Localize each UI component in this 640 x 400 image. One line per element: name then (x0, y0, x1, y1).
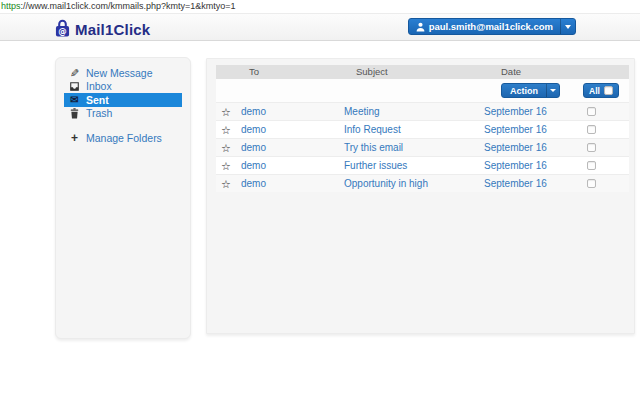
account-menu-button[interactable]: paul.smith@mail1click.com (408, 18, 576, 35)
sidebar: ✎ New Message Inbox ✉ Sent (55, 57, 191, 339)
mail-row[interactable]: ☆ demo Info Request September 16 (216, 120, 629, 138)
mail-subject-link[interactable]: Try this email (344, 139, 403, 157)
mail-list-column-header: To Subject Date (216, 65, 629, 79)
mail-date-link[interactable]: September 16 (484, 157, 547, 175)
star-icon[interactable]: ☆ (221, 157, 231, 175)
mail-list-body: Action All ☆ demo Meeting September 16 ☆… (216, 79, 629, 192)
sidebar-item-inbox[interactable]: Inbox (56, 80, 190, 93)
mail-to-link[interactable]: demo (241, 121, 266, 139)
row-checkbox[interactable] (587, 107, 596, 116)
mail-subject-link[interactable]: Meeting (344, 103, 380, 121)
mail-date-link[interactable]: September 16 (484, 175, 547, 193)
star-icon[interactable]: ☆ (221, 121, 231, 139)
star-icon[interactable]: ☆ (221, 139, 231, 157)
sidebar-item-new-message[interactable]: ✎ New Message (56, 67, 190, 80)
mail-date-link[interactable]: September 16 (484, 103, 547, 121)
row-checkbox[interactable] (587, 125, 596, 134)
app-logo[interactable]: @ Mail1Click (55, 18, 150, 41)
column-header-to: To (249, 65, 259, 79)
row-checkbox[interactable] (587, 179, 596, 188)
envelope-icon: ✉ (68, 93, 81, 107)
mail-to-link[interactable]: demo (241, 103, 266, 121)
mail-subject-link[interactable]: Info Request (344, 121, 401, 139)
row-checkbox[interactable] (587, 143, 596, 152)
chevron-down-icon (565, 25, 571, 29)
svg-text:@: @ (58, 26, 66, 36)
browser-status-url: https://www.mail1click.com/kmmails.php?k… (0, 0, 640, 13)
mail-to-link[interactable]: demo (241, 175, 266, 193)
chevron-down-icon (550, 89, 556, 92)
mail-subject-link[interactable]: Further issues (344, 157, 407, 175)
app-header: @ Mail1Click paul.smith@mail1click.com (0, 13, 640, 41)
star-icon[interactable]: ☆ (221, 103, 231, 121)
inbox-icon (68, 81, 81, 92)
mail-row[interactable]: ☆ demo Try this email September 16 (216, 138, 629, 156)
user-icon (416, 18, 425, 36)
plus-icon: + (68, 132, 81, 145)
mail-to-link[interactable]: demo (241, 157, 266, 175)
app-name: Mail1Click (75, 21, 150, 38)
account-email: paul.smith@mail1click.com (429, 21, 553, 32)
select-all-label: All (589, 86, 600, 96)
select-all-button[interactable]: All (583, 83, 619, 98)
mail-list-action-bar: Action All (216, 79, 629, 102)
sidebar-item-manage-folders[interactable]: + Manage Folders (56, 132, 190, 145)
mail-list-panel: To Subject Date Action All ☆ demo Meetin… (206, 58, 635, 334)
column-header-subject: Subject (356, 65, 388, 79)
mail-row[interactable]: ☆ demo Opportunity in high September 16 (216, 174, 629, 192)
action-dropdown-caret[interactable] (546, 84, 559, 97)
page: https://www.mail1click.com/kmmails.php?k… (0, 0, 640, 400)
mail-subject-link[interactable]: Opportunity in high (344, 175, 428, 193)
url-rest: ://www.mail1click.com/kmmails.php?kmty=1… (21, 1, 236, 11)
pencil-icon: ✎ (68, 67, 81, 80)
sidebar-item-trash[interactable]: Trash (56, 107, 190, 120)
action-button-label: Action (502, 86, 546, 96)
lock-at-icon: @ (55, 18, 70, 41)
select-all-checkbox[interactable] (604, 86, 613, 95)
account-dropdown-caret[interactable] (560, 19, 575, 34)
sidebar-item-label: New Message (86, 67, 153, 80)
row-checkbox[interactable] (587, 161, 596, 170)
star-icon[interactable]: ☆ (221, 175, 231, 193)
sidebar-item-label: Inbox (86, 80, 112, 93)
sidebar-item-sent[interactable]: ✉ Sent (64, 93, 182, 107)
trash-icon (68, 108, 81, 119)
url-protocol: https (1, 1, 21, 11)
sidebar-item-label: Trash (86, 107, 112, 120)
column-header-date: Date (501, 65, 521, 79)
sidebar-item-label: Sent (86, 93, 109, 107)
mail-date-link[interactable]: September 16 (484, 121, 547, 139)
mail-date-link[interactable]: September 16 (484, 139, 547, 157)
mail-to-link[interactable]: demo (241, 139, 266, 157)
action-button[interactable]: Action (501, 83, 560, 98)
mail-row[interactable]: ☆ demo Meeting September 16 (216, 102, 629, 120)
sidebar-item-label: Manage Folders (86, 132, 162, 145)
mail-row[interactable]: ☆ demo Further issues September 16 (216, 156, 629, 174)
